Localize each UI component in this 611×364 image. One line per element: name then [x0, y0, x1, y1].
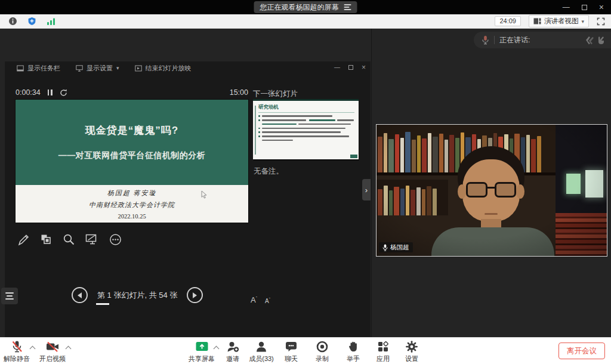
display-settings-icon — [76, 65, 83, 72]
maximize-button[interactable] — [582, 5, 587, 10]
taskbar-icon — [17, 65, 24, 72]
raise-hand-icon — [347, 340, 360, 353]
viewing-banner[interactable]: 您正在观看杨国超的屏幕 — [254, 1, 357, 13]
slide-date: 2022.10.25 — [118, 213, 146, 220]
window-titlebar: 您正在观看杨国超的屏幕 — × — [0, 0, 611, 14]
total-time: 15:00 — [230, 88, 248, 97]
invite-label: 邀请 — [226, 354, 239, 363]
next-slide-title: 研究动机 — [258, 104, 354, 113]
info-icon[interactable] — [8, 17, 17, 26]
zoom-slide-icon[interactable] — [62, 233, 76, 246]
more-options-icon[interactable] — [109, 233, 122, 246]
preview-bullet-line — [258, 124, 354, 125]
view-mode-label: 演讲者视图 — [544, 17, 579, 26]
video-options-caret[interactable] — [66, 346, 71, 350]
floating-menu-button[interactable] — [1, 288, 18, 304]
meeting-controls-bar: 解除静音 开启视频 共享屏幕 邀请 成员(33) — [0, 337, 611, 364]
settings-gear-icon — [405, 340, 418, 353]
minimize-button[interactable]: — — [563, 4, 570, 11]
previous-slide-button[interactable] — [72, 287, 88, 303]
next-slide-button[interactable] — [187, 287, 203, 303]
ppt-minimize-button[interactable]: — — [334, 64, 340, 70]
pause-timer-icon[interactable] — [48, 90, 53, 95]
slide-title: 现金贷是“魔鬼”吗? — [85, 124, 178, 137]
end-slideshow-label: 结束幻灯片放映 — [146, 64, 192, 73]
show-taskbar-menu[interactable]: 显示任务栏 — [17, 64, 60, 73]
meeting-toolbar-left — [0, 17, 55, 26]
participant-mic-icon — [382, 244, 388, 251]
preview-bullet-line — [258, 140, 354, 141]
black-screen-icon[interactable] — [85, 233, 100, 246]
pen-tool-icon[interactable] — [17, 233, 30, 246]
participant-name: 杨国超 — [390, 243, 409, 252]
viewing-banner-text: 您正在观看杨国超的屏幕 — [260, 2, 339, 13]
network-signal-icon[interactable] — [47, 17, 55, 26]
slide-subtitle: ——对互联网借贷平台征信机制的分析 — [58, 150, 206, 161]
start-video-button[interactable]: 开启视频 — [33, 340, 72, 363]
preview-bullet-line — [258, 115, 354, 117]
chat-bubble-icon — [285, 340, 298, 353]
meeting-toolbar-right: 24:09 演讲者视图 ▾ — [495, 15, 611, 27]
record-label: 录制 — [316, 354, 329, 363]
view-mode-selector[interactable]: 演讲者视图 ▾ — [529, 15, 589, 27]
fullscreen-icon[interactable] — [597, 17, 605, 26]
participant-video-tile[interactable]: 杨国超 — [376, 124, 607, 257]
next-slide-label: 下一张幻灯片 — [253, 89, 298, 99]
close-button[interactable]: × — [599, 3, 604, 11]
banner-menu-icon[interactable] — [344, 4, 351, 10]
restart-timer-icon[interactable] — [60, 89, 67, 97]
slide-navigation: 第 1 张幻灯片, 共 54 张 — [72, 287, 203, 303]
share-screen-icon — [195, 340, 209, 353]
apps-grid-icon — [377, 340, 390, 353]
shared-screen-ppt-window: 显示任务栏 显示设置 ▾ 结束幻灯片放映 — × — [5, 61, 371, 340]
preview-bullet-line — [258, 119, 354, 121]
leave-meeting-button[interactable]: 离开会议 — [558, 343, 605, 359]
leave-meeting-label: 离开会议 — [567, 346, 597, 356]
notes-font-controls: Aˆ Aˇ — [251, 295, 270, 304]
slide-authors: 杨国超 蒋安璇 — [107, 189, 157, 198]
view-mode-caret-icon: ▾ — [581, 18, 584, 24]
speaker-notes: 无备注。 — [254, 166, 283, 177]
speaking-mic-icon — [482, 35, 489, 45]
ppt-maximize-button[interactable] — [348, 65, 353, 70]
unmute-label: 解除静音 — [4, 354, 30, 363]
unmute-button[interactable]: 解除静音 — [0, 340, 36, 363]
security-shield-icon[interactable] — [27, 17, 36, 26]
end-slideshow-menu[interactable]: 结束幻灯片放映 — [135, 64, 192, 73]
display-settings-label: 显示设置 — [87, 64, 113, 73]
chevron-right-icon: › — [365, 186, 368, 195]
slide-credits-area: 杨国超 蒋安璇 中南财经政法大学会计学院 2022.10.25 — [16, 185, 248, 223]
current-slide[interactable]: 现金贷是“魔鬼”吗? ——对互联网借贷平台征信机制的分析 杨国超 蒋安璇 中南财… — [16, 100, 248, 223]
chat-label: 聊天 — [285, 354, 298, 363]
mouse-cursor — [201, 190, 208, 199]
ppt-close-button[interactable]: × — [362, 64, 366, 71]
share-screen-label: 共享屏幕 — [189, 354, 215, 363]
video-vignette — [377, 125, 607, 256]
reaction-hands-icon[interactable] — [584, 35, 605, 45]
speaking-label: 正在讲话: — [499, 35, 579, 45]
start-video-label: 开启视频 — [39, 354, 66, 363]
meeting-stage: 正在讲话: 显示任务栏 — [0, 29, 611, 337]
slide-counter: 第 1 张幻灯片, 共 54 张 — [95, 290, 180, 301]
speaker-view-icon — [533, 18, 541, 24]
meeting-toolbar: 24:09 演讲者视图 ▾ — [0, 14, 611, 29]
panel-expand-handle[interactable]: › — [362, 179, 371, 200]
settings-label: 设置 — [405, 354, 418, 363]
preview-accent-corner — [350, 155, 357, 158]
presentation-timer-row: 0:00:34 15:00 — [16, 88, 248, 97]
display-settings-menu[interactable]: 显示设置 ▾ — [76, 64, 119, 73]
invite-person-icon — [226, 340, 240, 353]
meeting-duration-timer: 24:09 — [495, 16, 521, 26]
record-icon — [316, 340, 329, 353]
preview-bullet-line — [258, 135, 354, 137]
decrease-font-button[interactable]: Aˇ — [265, 297, 270, 304]
all-slides-icon[interactable] — [39, 233, 53, 246]
window-controls: — × — [563, 0, 607, 14]
annotation-tools — [17, 233, 122, 246]
increase-font-button[interactable]: Aˆ — [251, 295, 257, 304]
next-slide-preview[interactable]: 研究动机 — [253, 99, 359, 159]
settings-button[interactable]: 设置 — [393, 340, 431, 363]
speaking-divider — [494, 36, 495, 44]
participant-name-chip: 杨国超 — [379, 242, 413, 252]
raise-hand-label: 举手 — [347, 354, 360, 363]
